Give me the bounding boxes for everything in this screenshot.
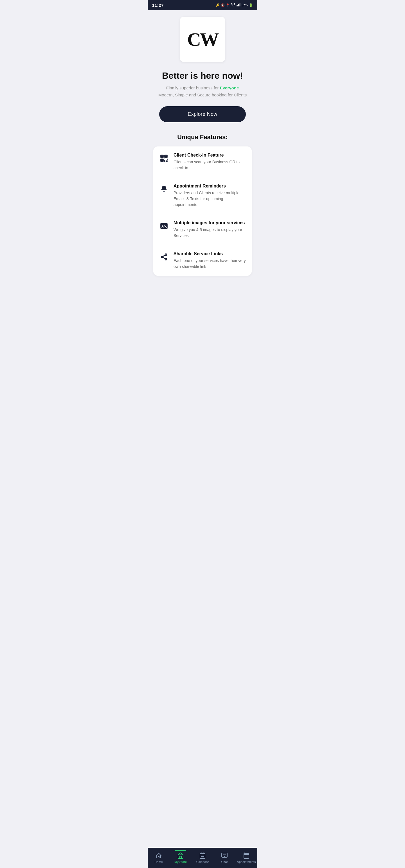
key-icon: 🔑 [216, 3, 220, 7]
logo-container: CW [180, 17, 225, 62]
svg-line-23 [163, 255, 165, 257]
explore-now-button[interactable]: Explore Now [159, 106, 246, 122]
svg-rect-4 [239, 3, 240, 6]
feature-item-checkin: Client Check-in Feature Clients can scan… [153, 147, 252, 177]
subtitle1-highlight: Everyone [220, 86, 239, 90]
svg-rect-3 [238, 4, 239, 6]
feature-item-reminders: Appointment Reminders Providers and Clie… [153, 177, 252, 214]
svg-rect-2 [237, 5, 238, 6]
mute-icon: 🔇 [221, 3, 225, 7]
feature-desc-images: We give you 4-5 images to display your S… [174, 227, 246, 239]
feature-title-images: Multiple images for your services [174, 220, 246, 225]
svg-point-0 [233, 6, 233, 6]
feature-text-share: Sharable Service Links Each one of your … [174, 251, 246, 270]
feature-title-share: Sharable Service Links [174, 251, 246, 256]
feature-desc-reminders: Providers and Clients receive multiple E… [174, 190, 246, 208]
feature-title-reminders: Appointment Reminders [174, 184, 246, 189]
svg-rect-7 [162, 156, 163, 157]
svg-rect-9 [165, 156, 167, 157]
feature-text-reminders: Appointment Reminders Providers and Clie… [174, 184, 246, 208]
qr-code-icon [159, 153, 169, 163]
share-icon [159, 252, 169, 262]
feature-desc-share: Each one of your services have their ver… [174, 258, 246, 270]
svg-rect-18 [161, 223, 167, 229]
svg-rect-1 [236, 5, 237, 6]
location-icon: 📍 [226, 3, 230, 7]
features-title: Unique Features: [177, 133, 228, 141]
status-bar: 11:27 🔑 🔇 📍 57% 🔋 [148, 0, 257, 10]
image-icon [159, 221, 169, 231]
feature-item-share: Sharable Service Links Each one of your … [153, 245, 252, 276]
status-time: 11:27 [152, 3, 164, 8]
headline: Better is here now! [162, 70, 243, 81]
logo-text: CW [187, 30, 218, 49]
wifi-icon [231, 3, 235, 7]
bell-icon [159, 184, 169, 194]
subtitle2: Modern, Simple and Secure booking for Cl… [158, 92, 247, 97]
main-content: CW Better is here now! Finally superior … [148, 10, 257, 298]
feature-item-images: Multiple images for your services We giv… [153, 214, 252, 245]
feature-text-images: Multiple images for your services We giv… [174, 220, 246, 239]
subtitle1-plain: Finally superior business for [166, 86, 220, 90]
battery-icon: 🔋 [249, 3, 253, 7]
features-card: Client Check-in Feature Clients can scan… [153, 147, 252, 276]
svg-point-19 [162, 225, 164, 226]
svg-rect-11 [162, 160, 163, 161]
feature-text-checkin: Client Check-in Feature Clients can scan… [174, 153, 246, 171]
svg-line-24 [163, 257, 165, 259]
battery-text: 57% [241, 3, 248, 7]
feature-title-checkin: Client Check-in Feature [174, 153, 246, 158]
signal-icon [236, 3, 240, 7]
status-icons: 🔑 🔇 📍 57% 🔋 [216, 3, 253, 7]
svg-rect-5 [240, 3, 240, 6]
feature-desc-checkin: Clients can scan your Business QR to che… [174, 159, 246, 171]
subtitle1: Finally superior business for Everyone [166, 85, 239, 91]
